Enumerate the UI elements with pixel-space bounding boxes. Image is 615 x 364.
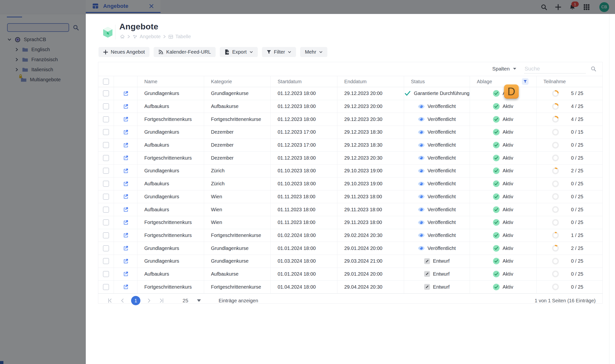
tree-item-root[interactable]: SprachCB	[0, 35, 85, 45]
table-search-input[interactable]	[524, 64, 586, 73]
table-row[interactable]: Fortgeschrittenenkurs Fortgeschrittenenk…	[98, 229, 602, 242]
table-row[interactable]: Fortgeschrittenenkurs Dezember 01.12.202…	[98, 152, 602, 165]
select-all-checkbox[interactable]	[103, 78, 109, 85]
prev-page-icon[interactable]	[118, 297, 127, 305]
table-row[interactable]: Grundlagenkurs Zürich 01.10.2023 18:00 2…	[98, 165, 602, 178]
hint-key-overlay[interactable]: D	[504, 84, 519, 99]
table-row[interactable]: Aufbaukurs Wien 01.11.2023 18:00 29.11.2…	[98, 203, 602, 216]
tree-item-franzoesisch[interactable]: Französisch	[0, 55, 85, 65]
row-checkbox[interactable]	[103, 271, 109, 277]
table-row[interactable]: Fortgeschrittenenkurs Fortgeschrittenenk…	[98, 113, 602, 126]
open-record-icon[interactable]	[123, 271, 129, 277]
new-offer-button[interactable]: Neues Angebot	[98, 47, 150, 57]
column-header-startdatum[interactable]: Startdatum	[271, 76, 337, 87]
current-page-button[interactable]: 1	[131, 296, 140, 305]
active-check-icon	[493, 206, 500, 213]
offers-table: Spalten Name Kategorie Startdatum Enddat…	[98, 62, 603, 303]
column-header-kategorie[interactable]: Kategorie	[204, 76, 271, 87]
column-header-enddatum[interactable]: Enddatum	[337, 76, 404, 87]
row-checkbox[interactable]	[103, 194, 109, 200]
participation-donut	[552, 232, 559, 239]
add-icon[interactable]	[555, 4, 561, 11]
row-checkbox[interactable]	[103, 155, 109, 161]
table-row[interactable]: Aufbaukurs Aufbaukurse 01.12.2023 18:00 …	[98, 100, 602, 113]
table-row[interactable]: Aufbaukurs Dezember 01.12.2023 17:00 29.…	[98, 139, 602, 152]
open-record-icon[interactable]	[123, 90, 129, 97]
open-record-icon[interactable]	[123, 193, 129, 200]
open-record-icon[interactable]	[123, 206, 129, 213]
row-checkbox[interactable]	[103, 219, 109, 225]
row-checkbox[interactable]	[103, 284, 109, 290]
calendar-feed-url-button[interactable]: Kalender-Feed-URL	[154, 47, 215, 57]
open-record-icon[interactable]	[123, 232, 129, 238]
apps-grid-icon[interactable]	[583, 4, 590, 11]
main-content: Angebote Angebote Tabelle Neues Angebot …	[86, 14, 615, 364]
breadcrumb-section[interactable]: Angebote	[140, 34, 161, 39]
table-row[interactable]: Grundlagenkurs Grundlagenkurse 01.03.202…	[98, 255, 602, 268]
table-row[interactable]: Fortgeschrittenenkurs Fortgeschrittenenk…	[98, 281, 602, 294]
table-row[interactable]: Grundlagenkurs Grundlagenkurse 01.01.202…	[98, 242, 602, 255]
row-checkbox[interactable]	[103, 181, 109, 187]
open-record-icon[interactable]	[123, 129, 129, 135]
table-row[interactable]: Aufbaukurs Aufbaukurse 01.01.2024 18:00 …	[98, 268, 602, 281]
tree-item-englisch[interactable]: Englisch	[0, 45, 85, 55]
open-record-icon[interactable]	[123, 219, 129, 226]
cell-kategorie: Zürich	[204, 165, 271, 177]
open-record-icon[interactable]	[123, 284, 129, 290]
notifications-bell-icon[interactable]: 1	[569, 4, 576, 11]
column-header-teilnahme[interactable]: Teilnahme	[537, 76, 602, 87]
page-size-select[interactable]: 25	[183, 298, 201, 303]
filter-button[interactable]: Filter	[262, 47, 296, 57]
avatar[interactable]: CB	[599, 2, 609, 12]
close-icon[interactable]	[149, 3, 154, 9]
open-record-icon[interactable]	[123, 168, 129, 174]
row-checkbox[interactable]	[103, 258, 109, 264]
row-checkbox[interactable]	[103, 207, 109, 213]
home-icon[interactable]	[120, 34, 125, 39]
column-header-ablage[interactable]: Ablage	[470, 76, 537, 87]
sidebar-search-icon[interactable]	[72, 24, 79, 31]
open-record-icon[interactable]	[123, 155, 129, 161]
last-page-icon[interactable]	[158, 297, 166, 305]
next-page-icon[interactable]	[145, 297, 153, 305]
open-record-icon[interactable]	[123, 142, 129, 148]
row-checkbox[interactable]	[103, 245, 109, 251]
first-page-icon[interactable]	[106, 297, 114, 305]
column-header-name[interactable]: Name	[137, 76, 204, 87]
table-row[interactable]: Grundlagenkurs Dezember 01.12.2023 17:00…	[98, 126, 602, 139]
more-button[interactable]: Mehr	[300, 47, 327, 57]
tab-angebote[interactable]: Angebote	[86, 0, 161, 13]
column-filter-icon[interactable]	[522, 78, 529, 85]
row-checkbox[interactable]	[103, 129, 109, 135]
row-checkbox[interactable]	[103, 103, 109, 109]
open-record-icon[interactable]	[123, 258, 129, 264]
open-record-icon[interactable]	[123, 181, 129, 187]
tree-item-italienisch[interactable]: Italienisch	[0, 65, 85, 75]
table-row[interactable]: Grundlagenkurs Wien 01.11.2023 18:00 29.…	[98, 190, 602, 203]
row-checkbox[interactable]	[103, 116, 109, 122]
cell-teilnahme: 0 / 25	[537, 190, 602, 203]
export-button[interactable]: Export	[220, 47, 258, 57]
global-search-icon[interactable]	[541, 4, 547, 11]
open-record-icon[interactable]	[123, 116, 129, 122]
row-checkbox[interactable]	[103, 90, 109, 96]
open-record-icon[interactable]	[123, 245, 129, 251]
cell-startdatum: 01.01.2024 18:00	[271, 268, 337, 281]
table-row[interactable]: Grundlagenkurs Grundlagenkurse 01.12.202…	[98, 87, 602, 100]
open-record-icon[interactable]	[123, 103, 129, 110]
participation-donut	[552, 168, 559, 174]
table-row[interactable]: Fortgeschrittenenkurs Wien 01.11.2023 18…	[98, 216, 602, 229]
sidebar-search-input[interactable]	[7, 23, 69, 32]
column-header-status[interactable]: Status	[404, 76, 470, 87]
tree-item-multiangebote[interactable]: Multiangebote	[0, 75, 85, 85]
row-checkbox[interactable]	[103, 232, 109, 238]
status-label: Veröffentlicht	[428, 117, 456, 122]
cell-startdatum: 01.12.2023 17:00	[271, 126, 337, 139]
row-checkbox[interactable]	[103, 168, 109, 174]
columns-dropdown[interactable]: Spalten	[492, 66, 517, 72]
table-row[interactable]: Aufbaukurs Zürich 01.10.2023 18:00 29.10…	[98, 178, 602, 190]
status-label: Veröffentlicht	[428, 246, 456, 251]
row-checkbox[interactable]	[103, 142, 109, 148]
tree-item-label: Französisch	[31, 57, 58, 62]
cell-name: Grundlagenkurs	[137, 165, 204, 177]
